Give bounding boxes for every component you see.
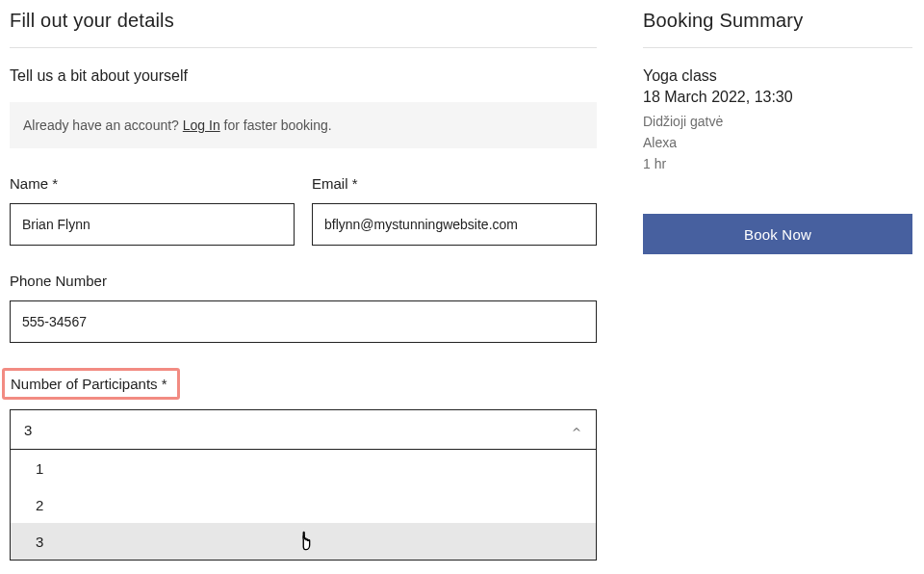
login-strip-post: for faster booking. bbox=[220, 117, 332, 133]
phone-label: Phone Number bbox=[10, 273, 107, 289]
book-now-button[interactable]: Book Now bbox=[643, 214, 912, 254]
participants-dropdown: 123 bbox=[10, 450, 597, 561]
participants-option[interactable]: 3 bbox=[11, 523, 596, 560]
participants-selected-value: 3 bbox=[24, 422, 32, 438]
summary-datetime: 18 March 2022, 13:30 bbox=[643, 89, 912, 106]
email-input[interactable] bbox=[312, 203, 597, 246]
summary-title: Booking Summary bbox=[643, 10, 912, 48]
details-form: Fill out your details Tell us a bit abou… bbox=[10, 10, 597, 561]
login-strip-pre: Already have an account? bbox=[23, 117, 183, 133]
phone-field: Phone Number bbox=[10, 273, 597, 343]
summary-staff: Alexa bbox=[643, 135, 912, 150]
chevron-up-icon bbox=[571, 424, 582, 435]
participants-option[interactable]: 2 bbox=[11, 486, 596, 523]
participants-select[interactable]: 3 bbox=[10, 409, 597, 450]
phone-input[interactable] bbox=[10, 300, 597, 343]
summary-service: Yoga class bbox=[643, 67, 912, 85]
summary-location: Didžioji gatvė bbox=[643, 114, 912, 129]
login-strip: Already have an account? Log In for fast… bbox=[10, 102, 597, 148]
login-link[interactable]: Log In bbox=[183, 117, 220, 133]
name-field: Name * bbox=[10, 175, 295, 246]
name-input[interactable] bbox=[10, 203, 295, 246]
email-field: Email * bbox=[312, 175, 597, 246]
booking-summary: Booking Summary Yoga class 18 March 2022… bbox=[643, 10, 912, 561]
summary-duration: 1 hr bbox=[643, 156, 912, 171]
name-label: Name * bbox=[10, 175, 58, 192]
participants-label: Number of Participants * bbox=[2, 368, 180, 400]
form-subtitle: Tell us a bit about yourself bbox=[10, 67, 597, 85]
pointer-cursor-icon bbox=[295, 528, 317, 556]
form-title: Fill out your details bbox=[10, 10, 597, 48]
participants-field: Number of Participants * 3 123 bbox=[10, 368, 597, 561]
participants-option[interactable]: 1 bbox=[11, 450, 596, 486]
email-label: Email * bbox=[312, 175, 358, 192]
